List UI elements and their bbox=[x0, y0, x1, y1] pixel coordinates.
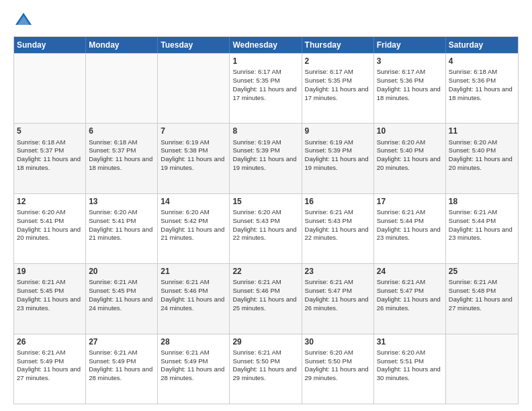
day-number: 6 bbox=[89, 126, 154, 136]
day-number: 1 bbox=[232, 56, 298, 66]
cal-cell-13: 13Sunrise: 6:20 AMSunset: 5:41 PMDayligh… bbox=[86, 194, 158, 263]
page: SundayMondayTuesdayWednesdayThursdayFrid… bbox=[0, 0, 532, 411]
cal-cell-14: 14Sunrise: 6:20 AMSunset: 5:42 PMDayligh… bbox=[158, 194, 230, 263]
cal-cell-27: 27Sunrise: 6:21 AMSunset: 5:49 PMDayligh… bbox=[86, 334, 158, 404]
cal-cell-16: 16Sunrise: 6:21 AMSunset: 5:43 PMDayligh… bbox=[302, 194, 374, 263]
day-number: 15 bbox=[232, 196, 298, 207]
day-number: 22 bbox=[232, 266, 298, 277]
cal-cell-22: 22Sunrise: 6:21 AMSunset: 5:46 PMDayligh… bbox=[230, 264, 302, 333]
day-info: Sunrise: 6:21 AMSunset: 5:44 PMDaylight:… bbox=[377, 208, 441, 241]
day-number: 17 bbox=[377, 196, 443, 207]
day-info: Sunrise: 6:21 AMSunset: 5:46 PMDaylight:… bbox=[161, 278, 224, 311]
day-info: Sunrise: 6:20 AMSunset: 5:50 PMDaylight:… bbox=[305, 349, 369, 381]
cal-week-0: 1Sunrise: 6:17 AMSunset: 5:35 PMDaylight… bbox=[14, 53, 518, 123]
cal-week-2: 12Sunrise: 6:20 AMSunset: 5:41 PMDayligh… bbox=[14, 193, 518, 263]
calendar-body: 1Sunrise: 6:17 AMSunset: 5:35 PMDaylight… bbox=[14, 53, 518, 404]
day-number: 30 bbox=[305, 336, 371, 347]
cal-header-wednesday: Wednesday bbox=[230, 37, 302, 53]
calendar-header-row: SundayMondayTuesdayWednesdayThursdayFrid… bbox=[14, 37, 518, 53]
cal-cell-26: 26Sunrise: 6:21 AMSunset: 5:49 PMDayligh… bbox=[14, 334, 86, 404]
day-info: Sunrise: 6:21 AMSunset: 5:45 PMDaylight:… bbox=[17, 278, 81, 311]
day-info: Sunrise: 6:20 AMSunset: 5:43 PMDaylight:… bbox=[232, 208, 296, 241]
cal-cell-2: 2Sunrise: 6:17 AMSunset: 5:35 PMDaylight… bbox=[302, 54, 374, 123]
cal-cell-9: 9Sunrise: 6:19 AMSunset: 5:39 PMDaylight… bbox=[302, 124, 374, 193]
day-info: Sunrise: 6:20 AMSunset: 5:42 PMDaylight:… bbox=[161, 208, 224, 241]
day-number: 14 bbox=[161, 196, 226, 207]
day-number: 21 bbox=[161, 266, 226, 277]
cal-cell-17: 17Sunrise: 6:21 AMSunset: 5:44 PMDayligh… bbox=[374, 194, 446, 263]
cal-header-friday: Friday bbox=[374, 37, 446, 53]
cal-cell-10: 10Sunrise: 6:20 AMSunset: 5:40 PMDayligh… bbox=[374, 124, 446, 193]
logo-icon bbox=[13, 11, 34, 31]
day-number: 19 bbox=[17, 266, 83, 277]
logo bbox=[13, 11, 36, 31]
cal-cell-7: 7Sunrise: 6:19 AMSunset: 5:38 PMDaylight… bbox=[158, 124, 230, 193]
day-number: 26 bbox=[17, 336, 83, 347]
day-number: 8 bbox=[232, 126, 298, 136]
cal-week-1: 5Sunrise: 6:18 AMSunset: 5:37 PMDaylight… bbox=[14, 123, 518, 193]
cal-cell-11: 11Sunrise: 6:20 AMSunset: 5:40 PMDayligh… bbox=[446, 124, 518, 193]
day-number: 7 bbox=[161, 126, 226, 136]
cal-cell-5: 5Sunrise: 6:18 AMSunset: 5:37 PMDaylight… bbox=[14, 124, 86, 193]
cal-cell-empty bbox=[86, 54, 158, 123]
day-number: 12 bbox=[17, 196, 83, 207]
day-info: Sunrise: 6:21 AMSunset: 5:43 PMDaylight:… bbox=[305, 208, 369, 241]
day-info: Sunrise: 6:17 AMSunset: 5:35 PMDaylight:… bbox=[305, 68, 369, 101]
cal-cell-12: 12Sunrise: 6:20 AMSunset: 5:41 PMDayligh… bbox=[14, 194, 86, 263]
header bbox=[13, 11, 519, 31]
day-info: Sunrise: 6:21 AMSunset: 5:50 PMDaylight:… bbox=[232, 349, 296, 381]
day-info: Sunrise: 6:21 AMSunset: 5:49 PMDaylight:… bbox=[161, 349, 224, 381]
day-number: 10 bbox=[377, 126, 443, 136]
day-info: Sunrise: 6:18 AMSunset: 5:37 PMDaylight:… bbox=[89, 138, 152, 171]
day-number: 9 bbox=[305, 126, 371, 136]
cal-header-tuesday: Tuesday bbox=[158, 37, 230, 53]
day-number: 4 bbox=[449, 56, 515, 66]
day-info: Sunrise: 6:21 AMSunset: 5:49 PMDaylight:… bbox=[17, 349, 81, 381]
calendar: SundayMondayTuesdayWednesdayThursdayFrid… bbox=[13, 36, 519, 404]
day-info: Sunrise: 6:19 AMSunset: 5:38 PMDaylight:… bbox=[161, 138, 224, 171]
day-info: Sunrise: 6:21 AMSunset: 5:45 PMDaylight:… bbox=[89, 278, 152, 311]
cal-header-monday: Monday bbox=[86, 37, 158, 53]
cal-cell-4: 4Sunrise: 6:18 AMSunset: 5:36 PMDaylight… bbox=[446, 54, 518, 123]
day-info: Sunrise: 6:20 AMSunset: 5:41 PMDaylight:… bbox=[89, 208, 152, 241]
cal-cell-21: 21Sunrise: 6:21 AMSunset: 5:46 PMDayligh… bbox=[158, 264, 230, 333]
day-info: Sunrise: 6:21 AMSunset: 5:48 PMDaylight:… bbox=[449, 278, 513, 311]
day-number: 29 bbox=[232, 336, 298, 347]
day-info: Sunrise: 6:20 AMSunset: 5:40 PMDaylight:… bbox=[377, 138, 441, 171]
day-number: 24 bbox=[377, 266, 443, 277]
day-info: Sunrise: 6:20 AMSunset: 5:51 PMDaylight:… bbox=[377, 349, 441, 381]
day-info: Sunrise: 6:20 AMSunset: 5:40 PMDaylight:… bbox=[449, 138, 513, 171]
day-info: Sunrise: 6:19 AMSunset: 5:39 PMDaylight:… bbox=[305, 138, 369, 171]
day-info: Sunrise: 6:21 AMSunset: 5:47 PMDaylight:… bbox=[305, 278, 369, 311]
cal-cell-8: 8Sunrise: 6:19 AMSunset: 5:39 PMDaylight… bbox=[230, 124, 302, 193]
day-info: Sunrise: 6:18 AMSunset: 5:37 PMDaylight:… bbox=[17, 138, 81, 171]
day-info: Sunrise: 6:17 AMSunset: 5:35 PMDaylight:… bbox=[232, 68, 296, 101]
cal-cell-6: 6Sunrise: 6:18 AMSunset: 5:37 PMDaylight… bbox=[86, 124, 158, 193]
day-number: 16 bbox=[305, 196, 371, 207]
cal-cell-15: 15Sunrise: 6:20 AMSunset: 5:43 PMDayligh… bbox=[230, 194, 302, 263]
cal-cell-18: 18Sunrise: 6:21 AMSunset: 5:44 PMDayligh… bbox=[446, 194, 518, 263]
cal-cell-20: 20Sunrise: 6:21 AMSunset: 5:45 PMDayligh… bbox=[86, 264, 158, 333]
cal-cell-31: 31Sunrise: 6:20 AMSunset: 5:51 PMDayligh… bbox=[374, 334, 446, 404]
cal-cell-empty bbox=[158, 54, 230, 123]
cal-header-thursday: Thursday bbox=[302, 37, 374, 53]
day-info: Sunrise: 6:17 AMSunset: 5:36 PMDaylight:… bbox=[377, 68, 441, 101]
cal-cell-25: 25Sunrise: 6:21 AMSunset: 5:48 PMDayligh… bbox=[446, 264, 518, 333]
day-info: Sunrise: 6:19 AMSunset: 5:39 PMDaylight:… bbox=[232, 138, 296, 171]
cal-cell-3: 3Sunrise: 6:17 AMSunset: 5:36 PMDaylight… bbox=[374, 54, 446, 123]
cal-cell-19: 19Sunrise: 6:21 AMSunset: 5:45 PMDayligh… bbox=[14, 264, 86, 333]
day-number: 2 bbox=[305, 56, 371, 66]
day-number: 31 bbox=[377, 336, 443, 347]
day-number: 27 bbox=[89, 336, 154, 347]
day-number: 28 bbox=[161, 336, 226, 347]
day-number: 18 bbox=[449, 196, 515, 207]
cal-week-3: 19Sunrise: 6:21 AMSunset: 5:45 PMDayligh… bbox=[14, 263, 518, 333]
day-info: Sunrise: 6:21 AMSunset: 5:44 PMDaylight:… bbox=[449, 208, 513, 241]
day-number: 13 bbox=[89, 196, 154, 207]
cal-week-4: 26Sunrise: 6:21 AMSunset: 5:49 PMDayligh… bbox=[14, 334, 518, 404]
day-info: Sunrise: 6:21 AMSunset: 5:46 PMDaylight:… bbox=[232, 278, 296, 311]
cal-cell-empty bbox=[14, 54, 86, 123]
day-number: 5 bbox=[17, 126, 83, 136]
cal-cell-23: 23Sunrise: 6:21 AMSunset: 5:47 PMDayligh… bbox=[302, 264, 374, 333]
day-info: Sunrise: 6:18 AMSunset: 5:36 PMDaylight:… bbox=[449, 68, 513, 101]
